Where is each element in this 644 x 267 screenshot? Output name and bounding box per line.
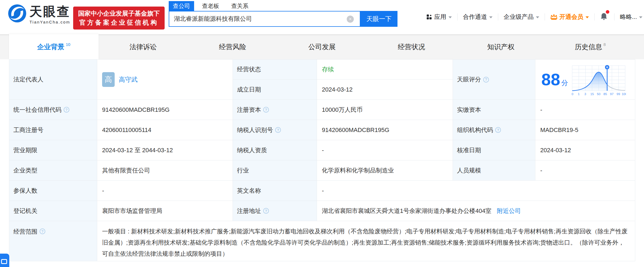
notifications-button[interactable]: [600, 12, 608, 22]
search-button[interactable]: 天眼一下: [360, 11, 397, 27]
label-staff-size: 人员规模: [453, 160, 535, 180]
nav-partner-label: 合作通道: [463, 13, 487, 21]
tab-company-background[interactable]: 企业背景10: [9, 34, 99, 59]
label-org-code: 组织机构代码: [453, 120, 535, 140]
label-text: 统一社会信用代码: [13, 106, 61, 114]
label-registered-capital: 注册资本: [233, 100, 317, 120]
logo-domain: TianYanCha.com: [29, 20, 70, 24]
label-credit-code: 统一社会信用代码: [9, 100, 97, 120]
user-menu[interactable]: 略略...: [620, 13, 642, 21]
score-label-text: 天眼评分: [457, 75, 481, 84]
svg-text:85: 85: [604, 92, 607, 96]
svg-text:50: 50: [597, 92, 601, 96]
chevron-down-icon: [449, 16, 452, 18]
svg-text:1: 1: [578, 92, 580, 96]
tab-label: 企业背景: [37, 42, 64, 51]
help-icon[interactable]: [40, 228, 45, 234]
value-company-type: 其他有限责任公司: [97, 160, 233, 180]
search-input[interactable]: [169, 11, 360, 27]
avatar[interactable]: 高: [102, 72, 115, 87]
label-company-type: 企业类型: [9, 160, 97, 180]
tab-label: 知识产权: [487, 42, 515, 51]
nearby-companies-link[interactable]: 附近公司: [497, 207, 521, 215]
help-icon[interactable]: [275, 127, 281, 133]
value-business-term: 2024-03-12 至 2044-03-12: [97, 140, 233, 160]
nav-vip-label: 开通会员: [559, 13, 583, 21]
chevron-down-icon: [586, 16, 589, 18]
value-registration-authority: 襄阳市市场监督管理局: [97, 201, 233, 221]
tab-history-info[interactable]: 历史信息8: [545, 34, 635, 59]
search-tab-company[interactable]: 查公司: [169, 1, 194, 11]
value-approval-date: 2024-03-12: [535, 140, 635, 160]
tianyancha-logo-icon: [8, 4, 26, 22]
nav-partner-channel[interactable]: 合作通道: [463, 13, 492, 21]
value-taxpayer-quality: -: [317, 140, 453, 160]
header: 天眼查 TianYanCha.com 国家中小企业发展子基金旗下 官方备案企业征…: [0, 0, 644, 34]
tab-company-development[interactable]: 公司发展: [277, 34, 367, 59]
value-insured-count: -: [97, 181, 233, 201]
clear-search-icon[interactable]: ×: [347, 16, 354, 23]
help-icon[interactable]: [64, 107, 69, 113]
svg-text:97: 97: [610, 92, 614, 96]
label-text: 经营范围: [13, 228, 37, 236]
badge-line2: 官方备案企业征信机构: [78, 18, 160, 27]
section-tabbar: 企业背景10 法律诉讼 经营风险 公司发展 经营状况 知识产权 历史信息8: [0, 34, 644, 59]
tab-intellectual-property[interactable]: 知识产权: [456, 34, 546, 59]
score-distribution-chart: 0 1 3 15 50 85 97 99 100: [571, 64, 626, 96]
help-icon[interactable]: [263, 208, 269, 214]
value-industry: 化学原料和化学制品制造业: [317, 160, 453, 180]
value-taxpayer-id: 91420600MADCBR195G: [317, 120, 453, 140]
label-registration-number: 工商注册号: [9, 120, 97, 140]
search-area: 查公司 查老板 查关系 × 天眼一下: [169, 2, 397, 27]
cell-legal-representative: 高 高守武: [97, 60, 233, 99]
value-registered-address: 湖北省襄阳市襄城区天舜大道1号余家湖街道办事处办公楼404室 附近公司: [317, 201, 635, 221]
tab-operating-risk[interactable]: 经营风险: [188, 34, 277, 59]
label-english-name: 英文名称: [233, 181, 317, 201]
help-icon[interactable]: [263, 107, 269, 113]
crown-icon: [550, 14, 557, 20]
nav-vip[interactable]: 开通会员: [550, 13, 589, 21]
divider: [545, 13, 545, 20]
label-taxpayer-quality: 纳税人资质: [233, 140, 317, 160]
chevron-down-icon: [536, 16, 539, 18]
chevron-down-icon: [489, 16, 492, 18]
user-name: 略略...: [620, 13, 637, 21]
label-taxpayer-id: 纳税人识别号: [233, 120, 317, 140]
label-registered-address: 注册地址: [233, 201, 317, 221]
label-business-term: 营业期限: [9, 140, 97, 160]
legal-representative-link[interactable]: 高守武: [119, 75, 138, 84]
chat-icon: [1, 259, 7, 264]
tab-label: 法律诉讼: [129, 42, 157, 51]
tianyancha-logo[interactable]: 天眼查 TianYanCha.com: [8, 4, 70, 24]
tab-label: 经营状况: [398, 42, 425, 51]
svg-text:100: 100: [622, 92, 626, 96]
nav-apps-label: 应用: [434, 13, 446, 21]
svg-text:15: 15: [590, 92, 594, 96]
apps-grid-icon: [427, 14, 432, 20]
tab-label: 公司发展: [308, 42, 336, 51]
label-text: 组织机构代码: [457, 126, 493, 134]
nav-enterprise-products[interactable]: 企业级产品: [504, 13, 539, 21]
nav-apps[interactable]: 应用: [427, 13, 452, 21]
label-business-scope: 经营范围: [9, 221, 97, 261]
score-unit: 分: [561, 78, 568, 87]
label-approval-date: 核准日期: [453, 140, 535, 160]
svg-text:3: 3: [584, 92, 586, 96]
tab-operating-status[interactable]: 经营状况: [367, 34, 456, 59]
label-registration-authority: 登记机关: [9, 201, 97, 221]
tab-legal-proceedings[interactable]: 法律诉讼: [99, 34, 188, 59]
customer-service-widget[interactable]: [0, 254, 9, 267]
label-industry: 行业: [233, 160, 317, 180]
search-tab-relation[interactable]: 查关系: [227, 1, 253, 11]
search-tab-boss[interactable]: 查老板: [198, 1, 223, 11]
tab-label: 经营风险: [219, 42, 246, 51]
label-paid-capital: 实缴资本: [453, 100, 535, 120]
help-icon[interactable]: [495, 127, 501, 133]
svg-text:99: 99: [617, 92, 620, 96]
divider: [614, 13, 615, 20]
tab-count: 8: [604, 42, 606, 47]
help-icon[interactable]: [483, 77, 489, 83]
value-staff-size: -: [535, 160, 635, 180]
search-tabs: 查公司 查老板 查关系: [169, 2, 397, 11]
certification-badge: 国家中小企业发展子基金旗下 官方备案企业征信机构: [73, 7, 165, 30]
